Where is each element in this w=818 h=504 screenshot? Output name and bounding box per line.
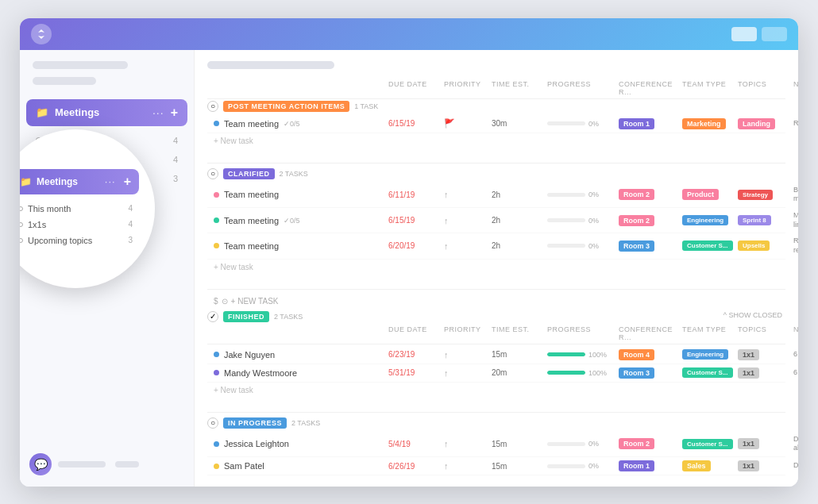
task-dot	[214, 121, 219, 126]
task-note: Meeting will start link...	[793, 211, 798, 229]
task-dot	[214, 441, 219, 447]
task-room: Room 4	[619, 349, 682, 360]
task-timeest: 30m	[492, 119, 547, 128]
task-room: Room 1	[619, 460, 682, 471]
col-progress-f: PROGRESS	[547, 325, 619, 341]
col-topics: TOPICS	[738, 80, 793, 96]
task-count-inprogress: 2 TASKS	[291, 419, 320, 427]
task-date: 6/20/19	[388, 241, 444, 250]
section-header-clarified: ○ CLARIFIED 2 TASKS	[207, 168, 785, 179]
zoom-meetings-item[interactable]: 📁 Meetings ··· +	[20, 169, 139, 194]
task-name: Team meeting ✓0/5	[214, 119, 388, 129]
zoom-dots-icon[interactable]: ···	[105, 175, 116, 187]
col-progress: PROGRESS	[547, 80, 619, 96]
add-task-area[interactable]: $⊙+ NEW TASK	[207, 294, 785, 308]
task-priority: 🚩	[444, 118, 492, 129]
section-divider	[207, 163, 785, 164]
task-timeest: 15m	[492, 440, 547, 448]
show-closed-btn[interactable]: ^ SHOW CLOSED	[723, 311, 785, 319]
col-teamtype-f: TEAM TYPE	[682, 325, 738, 341]
zoom-sub-1x1s[interactable]: 1x1s 4	[20, 217, 139, 233]
new-task-btn-2[interactable]	[207, 260, 785, 275]
task-note: Remember to record this...	[793, 237, 798, 255]
window-btn-1[interactable]	[731, 27, 757, 41]
col-topics-f: TOPICS	[738, 325, 793, 341]
task-progress: 100%	[547, 351, 619, 359]
task-topic: 1x1	[738, 438, 793, 449]
zoom-plus-icon[interactable]: +	[124, 175, 131, 189]
task-progress: 0%	[547, 217, 619, 225]
col-task	[214, 325, 388, 341]
section-icon: ○	[207, 101, 218, 112]
section-clarified: ○ CLARIFIED 2 TASKS Team meeting 6/11/19…	[207, 168, 785, 275]
content-area[interactable]: DUE DATE PRIORITY TIME EST. PROGRESS CON…	[195, 50, 798, 487]
zoom-sub-thismonth[interactable]: This month 4	[20, 201, 139, 217]
chat-icon[interactable]: 💬	[29, 453, 52, 475]
task-name-label: Team meeting	[224, 241, 279, 251]
task-date: 6/11/19	[388, 190, 444, 199]
task-teamtype: Product	[682, 189, 738, 200]
task-date: 6/15/19	[388, 216, 444, 225]
task-priority: ↑	[444, 190, 492, 199]
section-post-meeting: ○ POST MEETING ACTION ITEMS 1 TASK Team …	[207, 101, 785, 148]
task-count-clarified: 2 TASKS	[280, 170, 308, 178]
sidebar-item-meetings[interactable]: 📁 Meetings ··· +	[26, 99, 187, 126]
task-progress: 0%	[547, 190, 619, 198]
task-timeest: 20m	[492, 368, 547, 377]
zoom-sub-thismonth-label: This month	[28, 204, 123, 214]
zoom-content: 📁 Meetings ··· + This month 4 1x1s 4 Upc…	[20, 158, 147, 260]
task-name: Mandy Westmoore	[214, 368, 388, 378]
task-name: Team meeting	[214, 190, 388, 199]
zoom-sub-upcoming-label: Upcoming topics	[28, 236, 123, 245]
zoom-sub-upcoming[interactable]: Upcoming topics 3	[20, 233, 139, 248]
meetings-label: Meetings	[55, 106, 146, 118]
section-inprogress: ○ IN PROGRESS 2 TASKS Jessica Leighton 5…	[207, 417, 785, 475]
task-priority: ↑	[444, 350, 492, 360]
section-icon-finished: ✓	[207, 311, 218, 322]
col-notes: NOTES	[793, 80, 798, 96]
chat-bar	[58, 461, 106, 467]
task-teamtype: Customer S...	[682, 367, 738, 378]
sidebar-search-bar2	[33, 77, 96, 85]
section-icon-inprogress: ○	[207, 417, 218, 429]
new-task-btn-3[interactable]	[207, 383, 785, 398]
task-date: 6/15/19	[388, 119, 444, 128]
section-header-inprogress: ○ IN PROGRESS 2 TASKS	[207, 417, 785, 429]
new-task-btn-1[interactable]	[207, 133, 785, 148]
zoom-sub-thismonth-count: 4	[128, 204, 133, 213]
col-conference: CONFERENCE R...	[619, 80, 682, 96]
app-logo	[31, 24, 52, 44]
task-name: Jessica Leighton	[214, 439, 388, 448]
zoom-folder-icon: 📁	[20, 176, 32, 187]
task-timeest: 2h	[492, 241, 547, 250]
task-note: 6 month re-view	[793, 350, 798, 360]
task-timeest: 2h	[492, 190, 547, 199]
zoom-sub-1x1s-label: 1x1s	[28, 220, 123, 229]
meetings-dots-icon[interactable]: ···	[152, 106, 164, 119]
chat-bar2	[115, 461, 139, 467]
app-window: 📁 Meetings ··· + This month 4 1x1s 4 Upc…	[20, 18, 798, 487]
table-row: Team meeting 6/11/19 ↑ 2h 0% Room 2 Prod…	[207, 183, 785, 208]
table-row: Jessica Leighton 5/4/19 ↑ 15m 0% Room 2 …	[207, 432, 785, 457]
window-btn-2[interactable]	[762, 27, 787, 41]
task-check: ✓0/5	[284, 217, 300, 225]
task-name: Team meeting	[214, 241, 388, 251]
table-row: Team meeting 6/20/19 ↑ 2h 0% Room 3 Cust…	[207, 233, 785, 259]
task-date: 6/26/19	[388, 462, 444, 471]
task-name: Team meeting ✓0/5	[214, 216, 388, 225]
task-name-label: Jake Nguyen	[224, 350, 275, 360]
task-note: Discuss leave of absence	[793, 435, 798, 453]
task-name: Sam Patel	[214, 461, 388, 471]
task-date: 5/31/19	[388, 368, 444, 377]
table-row: Team meeting ✓0/5 6/15/19 ↑ 2h 0% Room 2…	[207, 208, 785, 233]
task-timeest: 15m	[492, 462, 547, 471]
task-dot	[214, 464, 219, 469]
meetings-plus-icon[interactable]: +	[171, 106, 178, 120]
title-bar	[20, 18, 798, 50]
task-dot	[214, 370, 219, 375]
task-room: Room 1	[619, 118, 682, 129]
task-dot	[214, 243, 219, 248]
task-topic: 1x1	[738, 349, 793, 360]
badge-post-meeting: POST MEETING ACTION ITEMS	[223, 101, 349, 112]
task-topic: Landing	[738, 118, 793, 129]
